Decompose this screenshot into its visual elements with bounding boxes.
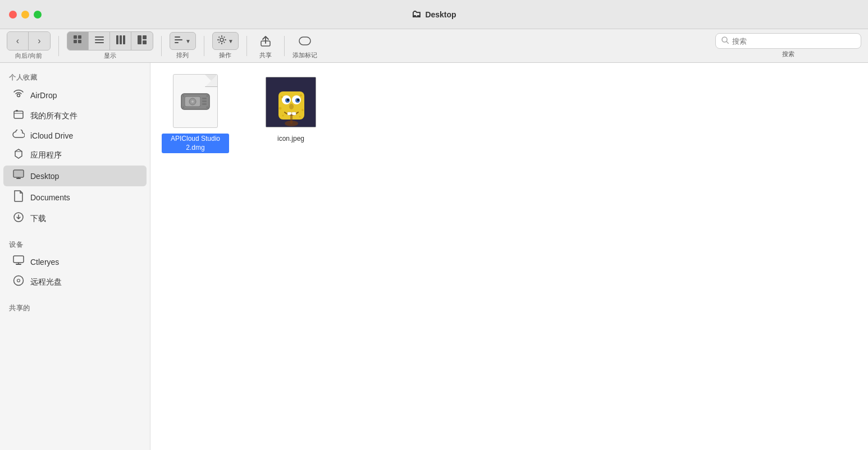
forward-button[interactable]: › [29, 32, 50, 50]
svg-rect-10 [138, 35, 141, 44]
svg-rect-5 [95, 39, 104, 40]
main-content: 个人收藏 AirDrop 我的所有文件 [0, 63, 868, 450]
sidebar-item-remote-disc[interactable]: 远程光盘 [3, 272, 147, 292]
svg-rect-0 [74, 35, 77, 39]
toolbar: ‹ › 向后/向前 [0, 29, 868, 63]
sidebar-item-icloud-label: iCloud Drive [30, 131, 73, 140]
svg-rect-18 [221, 43, 222, 44]
view-list-button[interactable] [89, 32, 110, 50]
action-dropdown: ▼ 操作 [212, 32, 239, 59]
svg-rect-31 [16, 110, 18, 112]
svg-rect-9 [123, 35, 125, 44]
sidebar-item-documents[interactable]: Documents [3, 186, 147, 208]
sidebar-item-downloads[interactable]: 下载 [3, 208, 147, 229]
svg-rect-26 [299, 37, 310, 45]
action-button[interactable]: ▼ [212, 32, 239, 50]
svg-rect-3 [78, 40, 81, 43]
back-icon: ‹ [16, 36, 19, 46]
svg-rect-11 [143, 35, 147, 39]
svg-rect-20 [225, 39, 226, 40]
column-icon [116, 35, 126, 47]
svg-rect-19 [217, 39, 219, 40]
svg-rect-17 [221, 35, 222, 37]
svg-point-62 [289, 104, 294, 109]
svg-point-42 [17, 279, 20, 282]
svg-rect-12 [143, 40, 147, 44]
search-input-wrap [715, 33, 861, 49]
view-column-button[interactable] [110, 32, 131, 50]
sidebar-item-desktop[interactable]: Desktop [3, 166, 147, 186]
view-group [67, 31, 153, 50]
shared-section-title: 共享的 [0, 299, 150, 315]
svg-point-65 [281, 96, 283, 98]
folder-icon: 🗂 [412, 8, 422, 20]
view-toolbar-item: 显示 [67, 31, 153, 60]
file-label-icon-jpeg: icon.jpeg [275, 134, 307, 145]
gear-icon [217, 35, 226, 47]
svg-rect-23 [218, 42, 220, 43]
toolbar-divider-3 [204, 36, 204, 56]
grid-icon [73, 35, 83, 47]
search-icon [721, 36, 729, 46]
sort-icon [175, 35, 184, 47]
share-button[interactable] [255, 32, 276, 50]
svg-rect-47 [202, 98, 207, 99]
view-label: 显示 [104, 52, 116, 60]
sidebar-item-applications-label: 应用程序 [30, 150, 62, 160]
svg-rect-4 [95, 36, 104, 38]
jpeg-thumbnail [266, 77, 316, 127]
sidebar-item-all-files[interactable]: 我的所有文件 [3, 105, 147, 126]
svg-point-29 [17, 94, 20, 97]
maximize-button[interactable] [34, 11, 42, 19]
sidebar-item-applications[interactable]: 应用程序 [3, 145, 147, 166]
sidebar-item-ctleryes-label: Ctleryes [30, 258, 59, 267]
svg-rect-21 [218, 36, 220, 38]
action-arrow-icon: ▼ [228, 38, 234, 44]
back-button[interactable]: ‹ [7, 32, 29, 50]
svg-rect-8 [120, 35, 122, 44]
documents-icon [12, 190, 25, 205]
svg-point-51 [207, 95, 208, 97]
airdrop-icon [12, 88, 25, 102]
cover-icon [137, 35, 147, 47]
file-item-icon-jpeg[interactable]: icon.jpeg [257, 74, 325, 153]
list-icon [94, 35, 104, 47]
svg-rect-38 [13, 256, 24, 263]
sidebar-item-ctleryes[interactable]: Ctleryes [3, 252, 147, 272]
tag-label: 添加标记 [293, 51, 317, 59]
sidebar-item-icloud[interactable]: iCloud Drive [3, 126, 147, 145]
close-button[interactable] [9, 11, 17, 19]
view-cover-button[interactable] [131, 32, 153, 50]
nav-group: ‹ › [7, 31, 51, 50]
svg-point-16 [220, 38, 223, 42]
toolbar-divider-1 [58, 36, 59, 56]
share-item: 共享 [255, 32, 276, 59]
favorites-section-title: 个人收藏 [0, 68, 150, 85]
applications-icon [12, 148, 25, 162]
svg-point-68 [301, 109, 304, 111]
file-label-apicloud: APICloud Studio 2.dmg [162, 134, 229, 153]
file-icon-jpeg [263, 74, 319, 130]
search-input[interactable] [732, 37, 855, 45]
view-grid-button[interactable] [67, 32, 89, 50]
file-item-apicloud[interactable]: APICloud Studio 2.dmg [162, 74, 229, 153]
sort-label: 排列 [176, 51, 189, 59]
nav-label: 向后/向前 [15, 52, 42, 60]
sidebar-item-documents-label: Documents [30, 193, 70, 202]
minimize-button[interactable] [21, 11, 29, 19]
devices-section-title: 设备 [0, 236, 150, 252]
sidebar: 个人收藏 AirDrop 我的所有文件 [0, 63, 150, 450]
svg-rect-1 [78, 35, 81, 39]
sort-button[interactable]: ▼ [170, 32, 196, 50]
title-bar: 🗂 Desktop [0, 0, 868, 29]
sidebar-item-airdrop[interactable]: AirDrop [3, 85, 147, 105]
tag-button[interactable] [294, 32, 316, 50]
sort-dropdown: ▼ 排列 [170, 32, 196, 59]
svg-rect-24 [223, 42, 225, 43]
svg-point-50 [183, 95, 185, 97]
sidebar-item-airdrop-label: AirDrop [30, 91, 57, 100]
window-title: 🗂 Desktop [412, 8, 456, 20]
svg-point-70 [299, 116, 301, 118]
hdd-icon [180, 86, 211, 116]
svg-point-67 [279, 107, 282, 110]
